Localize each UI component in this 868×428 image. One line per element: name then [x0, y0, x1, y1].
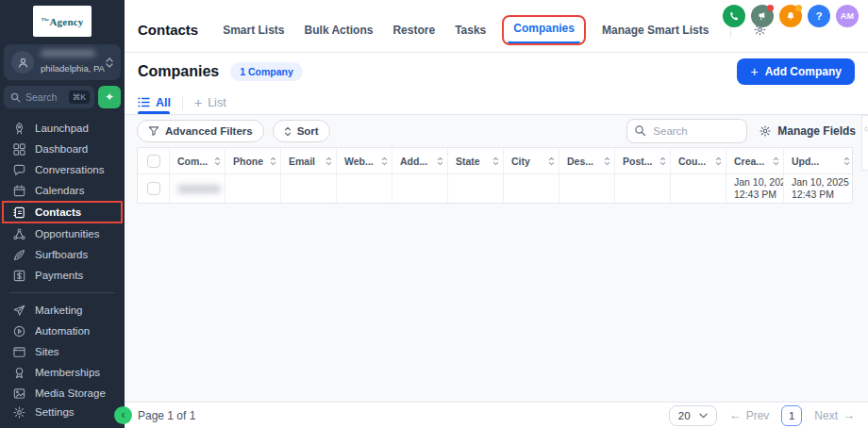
- sidebar-item-automation[interactable]: Automation: [0, 321, 125, 341]
- tab-companies[interactable]: Companies: [513, 22, 575, 35]
- account-info: philadelphia, PA: [41, 50, 99, 74]
- sidebar-item-dashboard[interactable]: Dashboard: [0, 139, 125, 159]
- content-area: Advanced Filters Sort: [125, 115, 868, 402]
- sidebar-search[interactable]: ⌘K: [4, 86, 94, 108]
- cell-postal: [615, 174, 671, 203]
- ai-assistant-button[interactable]: ✦: [98, 86, 121, 108]
- marketing-icon: [12, 304, 26, 318]
- sidebar-item-memberships[interactable]: Memberships: [0, 362, 125, 383]
- select-all-checkbox[interactable]: [147, 155, 160, 168]
- launchpad-icon: [12, 122, 26, 136]
- page-indicator: Page 1 of 1: [138, 409, 195, 422]
- sidebar-item-label: Calendars: [35, 185, 84, 196]
- account-switcher[interactable]: philadelphia, PA: [4, 44, 121, 80]
- sidebar-item-settings[interactable]: Settings: [0, 402, 125, 422]
- sort-icon[interactable]: [437, 156, 443, 166]
- column-header-state[interactable]: State: [448, 148, 504, 173]
- sidebar-divider: [9, 292, 115, 293]
- tab-all[interactable]: All: [138, 91, 182, 114]
- sidebar-item-opportunities[interactable]: Opportunities: [0, 223, 125, 244]
- companies-title: Companies: [138, 63, 219, 80]
- sort-icon[interactable]: [214, 156, 221, 166]
- sort-icon[interactable]: [326, 156, 332, 166]
- advanced-filters-button[interactable]: Advanced Filters: [137, 120, 264, 142]
- column-header-country[interactable]: Cou...: [671, 148, 726, 173]
- megaphone-icon[interactable]: [751, 5, 774, 27]
- company-count-badge: 1 Company: [230, 62, 303, 81]
- sort-icon[interactable]: [381, 156, 388, 166]
- column-header-email[interactable]: Email: [281, 148, 337, 173]
- column-header-address[interactable]: Add...: [392, 148, 448, 173]
- sidebar-item-label: Surfboards: [35, 249, 88, 260]
- cell-website: [337, 174, 392, 203]
- column-header-created[interactable]: Crea...: [726, 148, 784, 173]
- sidebar-collapse-button[interactable]: ‹: [114, 406, 132, 424]
- highlight-box-companies: Companies: [502, 15, 586, 45]
- row-checkbox[interactable]: [147, 182, 160, 195]
- column-header-city[interactable]: City: [504, 148, 559, 173]
- sidebar-item-payments[interactable]: Payments: [0, 265, 125, 286]
- next-page-button[interactable]: Next →: [814, 408, 855, 422]
- prev-page-button[interactable]: ← Prev: [729, 408, 770, 422]
- tab-list[interactable]: + List: [194, 91, 226, 114]
- sort-icon[interactable]: [270, 156, 276, 166]
- column-header-description[interactable]: Des...: [559, 148, 615, 173]
- sidebar-item-contacts[interactable]: Contacts: [2, 201, 123, 223]
- sort-icon[interactable]: [492, 156, 499, 166]
- sort-icon[interactable]: [659, 156, 666, 166]
- current-page-button[interactable]: 1: [781, 405, 802, 426]
- bell-icon[interactable]: [779, 5, 802, 27]
- sidebar-item-label: Settings: [35, 406, 75, 418]
- payments-icon: [12, 269, 26, 283]
- sidebar-item-label: Memberships: [35, 367, 100, 378]
- cell-phone: [225, 174, 281, 203]
- tab-restore[interactable]: Restore: [392, 24, 435, 37]
- gear-icon: [759, 124, 772, 138]
- sort-icon[interactable]: [715, 156, 722, 166]
- phone-icon[interactable]: [723, 5, 745, 27]
- user-avatar[interactable]: AM: [836, 5, 859, 27]
- sort-icon[interactable]: [548, 156, 555, 166]
- column-header-phone[interactable]: Phone: [225, 148, 281, 173]
- agency-logo-text: TheAgency: [42, 16, 84, 27]
- sidebar-item-calendars[interactable]: Calendars: [0, 180, 125, 201]
- page-size-select[interactable]: 20: [669, 405, 717, 426]
- add-company-button[interactable]: + Add Company: [737, 58, 855, 85]
- help-icon[interactable]: ?: [808, 5, 830, 27]
- notification-dot: [767, 5, 774, 11]
- plus-icon: +: [750, 64, 758, 79]
- tab-smart-lists[interactable]: Smart Lists: [223, 24, 284, 37]
- contacts-header: Contacts Smart Lists Bulk Actions Restor…: [125, 0, 868, 53]
- table-toolbar: Advanced Filters Sort: [125, 115, 868, 147]
- table-row[interactable]: Jan 10, 202512:43 PM Jan 10, 202512:43 P…: [138, 174, 852, 203]
- sidebar-item-marketing[interactable]: Marketing: [0, 300, 125, 321]
- surfboards-icon: [12, 248, 26, 262]
- sort-button[interactable]: Sort: [273, 120, 330, 142]
- search-icon: [10, 92, 21, 103]
- sort-icon[interactable]: [773, 156, 779, 166]
- sidebar-search-input[interactable]: [25, 91, 64, 103]
- tab-bulk-actions[interactable]: Bulk Actions: [305, 24, 374, 37]
- sidebar-item-media-storage[interactable]: Media Storage: [0, 383, 125, 403]
- column-header-updated[interactable]: Upd...: [784, 148, 854, 173]
- account-location: philadelphia, PA: [41, 63, 105, 74]
- manage-fields-button[interactable]: Manage Fields: [759, 124, 856, 138]
- column-header-company[interactable]: Com...: [170, 148, 225, 173]
- cell-company: [170, 174, 225, 203]
- contacts-tabs: Smart Lists Bulk Actions Restore Tasks C…: [223, 15, 767, 45]
- sidebar-item-conversations[interactable]: Conversations: [0, 159, 125, 180]
- sidebar-item-surfboards[interactable]: Surfboards: [0, 244, 125, 265]
- sites-icon: [12, 345, 26, 359]
- sort-icon[interactable]: [843, 156, 850, 166]
- cell-description: [559, 174, 615, 203]
- sidebar-item-sites[interactable]: Sites: [0, 341, 125, 362]
- sort-icon[interactable]: [604, 156, 610, 166]
- view-tabs-divider: [182, 96, 183, 109]
- column-header-website[interactable]: Web...: [337, 148, 392, 173]
- tab-manage-smart-lists[interactable]: Manage Smart Lists: [602, 24, 709, 37]
- column-header-postal[interactable]: Post...: [615, 148, 671, 173]
- cell-country: [671, 174, 726, 203]
- cell-city: [504, 174, 559, 203]
- tab-tasks[interactable]: Tasks: [455, 24, 486, 37]
- sidebar-item-launchpad[interactable]: Launchpad: [0, 118, 125, 139]
